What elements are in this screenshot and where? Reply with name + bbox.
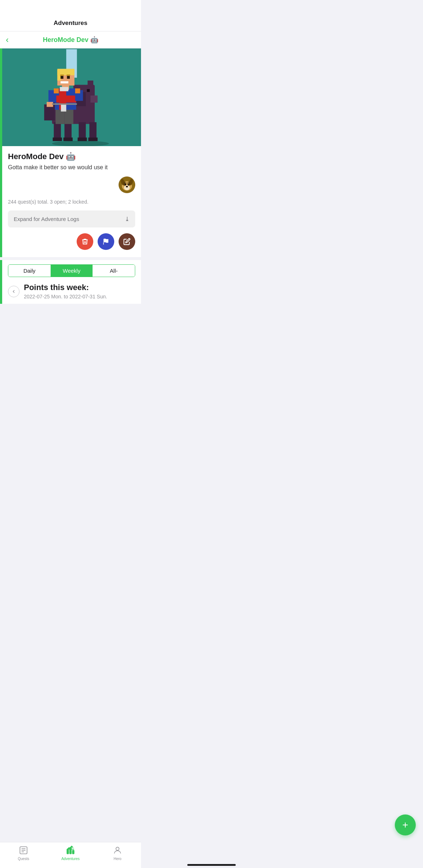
svg-rect-11	[89, 122, 97, 140]
prev-week-button[interactable]	[8, 286, 20, 297]
adventure-description: Gotta make it better so we would use it	[8, 164, 135, 171]
avatar	[119, 176, 135, 193]
svg-rect-38	[75, 88, 80, 93]
svg-rect-13	[63, 137, 73, 141]
svg-rect-12	[53, 137, 62, 141]
adventure-card: HeroMode Dev 🤖 Gotta make it better so w…	[0, 48, 141, 257]
svg-rect-10	[79, 122, 86, 140]
quest-stats: 244 quest(s) total. 3 open; 2 locked.	[8, 199, 135, 205]
svg-rect-39	[60, 87, 69, 91]
chevron-left-icon	[11, 289, 16, 294]
header: Adventures	[0, 16, 141, 31]
adventure-nav-title: HeroMode Dev 🤖	[43, 36, 98, 44]
tab-weekly[interactable]: Weekly	[51, 265, 93, 277]
svg-rect-36	[67, 75, 70, 76]
svg-rect-23	[61, 105, 66, 112]
sub-header: ‹ HeroMode Dev 🤖	[0, 31, 141, 48]
avatar-row	[8, 176, 135, 193]
svg-rect-33	[67, 76, 70, 79]
page-title: Adventures	[54, 20, 87, 26]
svg-rect-22	[55, 95, 76, 103]
expand-logs-label: Expand for Adventure Logs	[14, 216, 79, 222]
pixel-art-image	[2, 48, 141, 146]
svg-rect-32	[60, 76, 63, 79]
svg-rect-5	[87, 81, 93, 88]
status-bar	[0, 0, 141, 16]
expand-logs-button[interactable]: Expand for Adventure Logs ⤓	[8, 210, 135, 227]
weekly-card: Daily Weekly All- Points this week: 2022…	[0, 260, 141, 304]
svg-point-52	[127, 182, 130, 185]
svg-rect-8	[54, 122, 61, 140]
chevron-down-icon: ⤓	[125, 216, 129, 222]
svg-rect-6	[90, 95, 98, 103]
trash-icon	[81, 238, 89, 245]
svg-rect-35	[60, 75, 64, 76]
card-body: HeroMode Dev 🤖 Gotta make it better so w…	[2, 146, 141, 257]
edit-icon	[123, 238, 131, 245]
weekly-content: Points this week: 2022-07-25 Mon. to 202…	[24, 283, 107, 299]
tab-bar: Daily Weekly All-	[8, 264, 135, 277]
flag-icon	[102, 238, 110, 245]
svg-rect-34	[60, 81, 68, 84]
svg-point-48	[126, 186, 128, 187]
adventure-title: HeroMode Dev 🤖	[8, 152, 135, 161]
svg-point-51	[124, 182, 127, 185]
points-title: Points this week:	[24, 283, 107, 292]
tab-daily[interactable]: Daily	[8, 265, 51, 277]
svg-rect-7	[87, 89, 90, 92]
svg-rect-9	[64, 122, 72, 140]
date-range: 2022-07-25 Mon. to 2022-07-31 Sun.	[24, 294, 107, 299]
flag-button[interactable]	[98, 233, 114, 250]
svg-rect-14	[78, 137, 87, 141]
avatar-image	[119, 176, 135, 193]
hero-image	[2, 48, 141, 146]
action-buttons	[8, 233, 135, 251]
tab-all[interactable]: All-	[93, 265, 135, 277]
main-content: HeroMode Dev 🤖 Gotta make it better so w…	[0, 48, 141, 304]
delete-button[interactable]	[77, 233, 93, 250]
back-button[interactable]: ‹	[6, 35, 9, 45]
svg-rect-27	[52, 103, 77, 105]
edit-button[interactable]	[119, 233, 135, 250]
svg-rect-37	[54, 88, 59, 93]
svg-rect-15	[88, 137, 98, 141]
